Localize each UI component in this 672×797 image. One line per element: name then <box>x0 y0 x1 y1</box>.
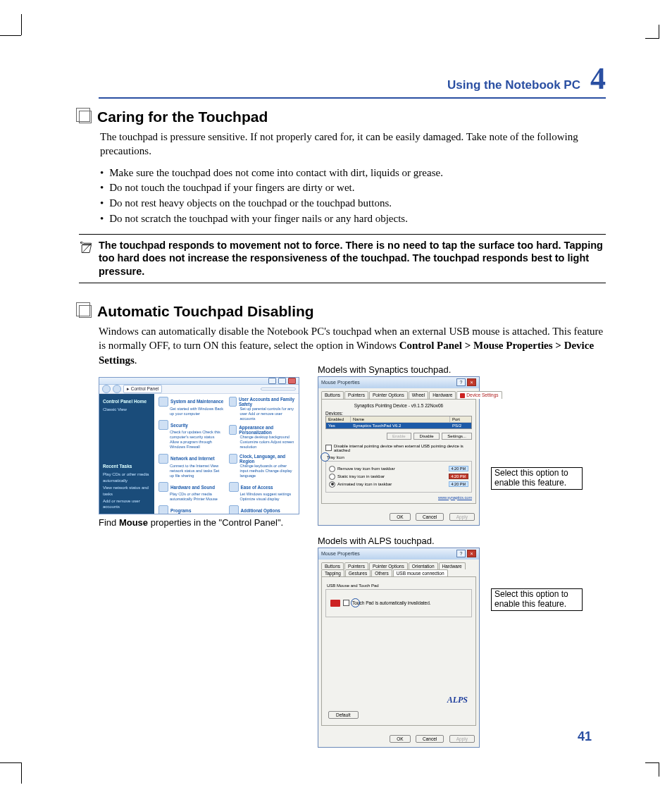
address-bar[interactable]: ▸ Control Panel <box>123 385 162 393</box>
devices-label: Devices: <box>325 411 472 416</box>
cp-cat-sub[interactable]: Check for updates Check this computer's … <box>170 430 225 450</box>
alps-dialog: Mouse Properties ? × Buttons Pointers Po… <box>318 548 480 748</box>
callout-synaptics: Select this option to enable this featur… <box>491 467 583 490</box>
tray-radio-static[interactable] <box>329 474 335 480</box>
disable-on-usb-checkbox[interactable] <box>325 445 332 451</box>
crop-mark <box>0 35 21 36</box>
alps-invalidate-checkbox[interactable] <box>343 600 349 606</box>
apply-button: Apply <box>449 735 475 743</box>
cp-cat-title[interactable]: Security <box>158 420 225 430</box>
tab-pointers[interactable]: Pointers <box>344 391 368 399</box>
tab-others[interactable]: Others <box>371 569 392 576</box>
devices-table: Enabled Name Port Yes Synaptics TouchPad… <box>325 416 472 429</box>
tab-orientation[interactable]: Orientation <box>409 562 438 569</box>
tab-usb-mouse[interactable]: USB mouse connection <box>393 569 448 576</box>
close-button[interactable]: × <box>467 378 476 386</box>
settings-button[interactable]: Settings... <box>442 433 472 440</box>
dialog-title: Mouse Properties <box>321 551 360 556</box>
cp-cat-title[interactable]: Ease of Access <box>229 482 295 492</box>
tab-buttons[interactable]: Buttons <box>321 562 344 569</box>
precaution-item: Do not scratch the touchpad with your fi… <box>100 211 606 227</box>
alps-invalidate-label: Touch Pad is automatically invalidated. <box>352 600 431 605</box>
synaptics-link[interactable]: www.synaptics.com <box>325 495 472 500</box>
search-box[interactable] <box>261 388 296 390</box>
tab-tapping[interactable]: Tapping <box>321 569 344 576</box>
disable-button[interactable]: Disable <box>413 433 439 440</box>
tab-pointer-options[interactable]: Pointer Options <box>369 391 408 399</box>
device-name-label: Synaptics Pointing Device - v9.1.5 22Nov… <box>325 403 472 408</box>
cp-cat-title[interactable]: Clock, Language, and Region <box>229 454 295 464</box>
precautions-list: Make sure the touchpad does not come int… <box>99 166 606 227</box>
minimize-button[interactable] <box>268 378 276 384</box>
recent-task[interactable]: View network status and tasks <box>103 485 151 497</box>
tab-gestures[interactable]: Gestures <box>345 569 371 576</box>
default-button[interactable]: Default <box>328 711 359 719</box>
cp-cat-title[interactable]: Network and Internet <box>158 454 225 464</box>
cp-cat-title[interactable]: Additional Options <box>229 505 295 514</box>
apply-button: Apply <box>449 513 475 521</box>
crop-mark <box>0 762 21 763</box>
section-title-caring: Caring for the Touchpad <box>97 109 268 125</box>
tab-pointer-options[interactable]: Pointer Options <box>369 562 408 569</box>
nav-fwd-button[interactable] <box>113 385 121 393</box>
crop-mark <box>21 762 22 784</box>
cp-categories-left: System and MaintenanceGet started with W… <box>158 397 225 514</box>
cancel-button[interactable]: Cancel <box>416 735 444 743</box>
chapter-title: Using the Notebook PC <box>447 78 580 92</box>
cp-cat-title[interactable]: Hardware and Sound <box>158 482 225 492</box>
nav-back-button[interactable] <box>102 385 111 393</box>
tab-pointers[interactable]: Pointers <box>344 562 368 569</box>
help-button[interactable]: ? <box>456 378 466 386</box>
crop-mark <box>645 25 659 39</box>
touchpad-icon <box>330 600 340 607</box>
cp-cat-sub[interactable]: Connect to the Internet View network sta… <box>170 464 225 478</box>
section-icon <box>79 111 92 123</box>
tab-device-settings[interactable]: Device Settings <box>456 391 502 399</box>
crop-mark <box>21 14 22 35</box>
tab-hardware[interactable]: Hardware <box>439 562 466 569</box>
crop-mark <box>645 762 659 777</box>
precaution-item: Make sure the touchpad does not come int… <box>100 166 606 181</box>
tray-radio-remove[interactable] <box>329 466 335 472</box>
alps-logo: ALPS <box>325 695 472 708</box>
cp-cat-sub[interactable]: Change desktop background Customize colo… <box>240 435 295 450</box>
cp-cat-title[interactable]: User Accounts and Family Safety <box>229 397 295 407</box>
figure3-caption: Models with ALPS touchpad. <box>318 536 606 546</box>
cp-cat-sub[interactable]: Play CDs or other media automatically Pr… <box>170 492 225 502</box>
ok-button[interactable]: OK <box>390 513 410 521</box>
table-row[interactable]: Yes Synaptics TouchPad V6.2 PS/2 <box>326 423 471 428</box>
sidebar-classic-view[interactable]: Classic View <box>103 407 151 412</box>
precaution-item: Do not touch the touchpad if your finger… <box>100 180 606 196</box>
cp-cat-title[interactable]: Programs <box>158 505 225 514</box>
close-button[interactable] <box>288 378 296 384</box>
maximize-button[interactable] <box>278 378 286 384</box>
cp-categories-right: User Accounts and Family SafetySet up pa… <box>229 397 295 514</box>
cp-cat-title[interactable]: Appearance and Personalization <box>229 425 295 435</box>
help-button[interactable]: ? <box>456 550 466 557</box>
cp-cat-sub[interactable]: Get started with Windows Back up your co… <box>170 407 225 416</box>
tab-wheel[interactable]: Wheel <box>409 391 428 399</box>
precaution-item: Do not rest heavy objects on the touchpa… <box>100 196 606 211</box>
chapter-number: 4 <box>590 63 606 94</box>
cp-cat-title[interactable]: System and Maintenance <box>158 397 225 407</box>
tray-radio-animated[interactable] <box>329 481 335 488</box>
cp-cat-sub[interactable]: Let Windows suggest settings Optimize vi… <box>240 492 295 502</box>
control-panel-screenshot: ▸ Control Panel Control Panel Home Class… <box>99 377 299 514</box>
tab-buttons[interactable]: Buttons <box>321 391 344 399</box>
page-header: Using the Notebook PC 4 <box>99 63 606 99</box>
cancel-button[interactable]: Cancel <box>416 513 444 521</box>
tab-hardware[interactable]: Hardware <box>429 391 456 399</box>
close-button[interactable]: × <box>467 550 476 557</box>
synaptics-dialog: Mouse Properties ? × Buttons Pointers Po… <box>318 376 480 526</box>
cp-cat-sub[interactable]: Set up parental controls for any user Ad… <box>240 407 295 421</box>
sidebar-title: Control Panel Home <box>103 398 151 404</box>
callout-circle-icon <box>321 452 330 462</box>
enable-button: Enable <box>387 433 411 440</box>
dialog-title: Mouse Properties <box>321 380 360 385</box>
ok-button[interactable]: OK <box>390 735 410 743</box>
recent-task[interactable]: Play CDs or other media automatically <box>103 471 151 483</box>
section-icon <box>79 305 92 318</box>
recent-tasks-header: Recent Tasks <box>103 463 151 469</box>
recent-task[interactable]: Add or remove user accounts <box>103 498 151 510</box>
cp-cat-sub[interactable]: Change keyboards or other input methods … <box>240 464 295 478</box>
